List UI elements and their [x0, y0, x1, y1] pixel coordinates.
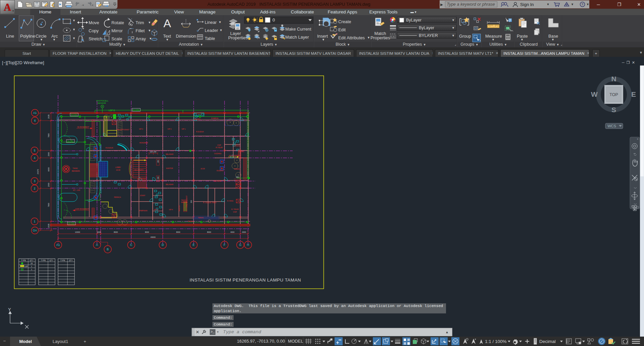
svg-text:2000: 2000 [48, 152, 50, 156]
svg-text:2035: 2035 [48, 115, 50, 119]
svg-text:49000: 49000 [150, 236, 155, 238]
svg-text:W: W [591, 90, 598, 98]
svg-text:R.TIDUR: R.TIDUR [216, 146, 223, 148]
svg-text:A1: A1 [33, 111, 37, 115]
svg-text:Y: Y [8, 307, 11, 312]
svg-text:PANTRY: PANTRY [179, 205, 180, 212]
svg-text:VIP 5: VIP 5 [154, 209, 158, 211]
svg-text:N: N [611, 75, 616, 83]
svg-text:TYPE: TYPE [60, 259, 65, 261]
svg-text:H: H [247, 243, 249, 247]
svg-text:VIP 4: VIP 4 [169, 209, 173, 211]
svg-text:?: ? [581, 2, 583, 6]
svg-text:KE BASEMENT: KE BASEMENT [77, 126, 89, 128]
svg-text:E: E [631, 90, 636, 98]
svg-text:TYPE: TYPE [21, 259, 26, 261]
svg-text:R. RIAS: R. RIAS [227, 200, 234, 202]
svg-text:150: 150 [157, 176, 159, 179]
svg-text:R.RIAS: R.RIAS [234, 145, 240, 147]
svg-text:SERVICE: SERVICE [181, 202, 188, 203]
svg-text:SELASAR: SELASAR [165, 153, 173, 155]
svg-text:TANGGA: TANGGA [181, 200, 188, 201]
svg-text:1: 1 [31, 265, 32, 267]
svg-text:8000: 8000 [207, 231, 211, 233]
svg-text:TAMAN: TAMAN [234, 168, 240, 170]
svg-text:TERAS: TERAS [198, 217, 204, 219]
svg-text:TOP: TOP [609, 92, 618, 97]
svg-text:R.DUDUK: R.DUDUK [106, 147, 113, 149]
svg-text:LDP: LDP [24, 265, 28, 267]
svg-text:LOBBY: LOBBY [115, 166, 121, 168]
svg-text:SELASAR: SELASAR [213, 180, 221, 182]
svg-text:KM/WC: KM/WC [238, 150, 244, 153]
svg-text:200: 200 [190, 200, 192, 203]
svg-text:▾: ▾ [83, 4, 84, 7]
svg-text:PANTRY: PANTRY [194, 118, 201, 120]
svg-text:A: A [163, 17, 171, 30]
svg-text:VVIP: VVIP [233, 211, 237, 213]
svg-text:VIP 1: VIP 1 [182, 128, 186, 130]
svg-text:7600: 7600 [48, 133, 50, 137]
svg-text:S-C01: S-C01 [67, 140, 74, 142]
svg-text:E: E [193, 243, 195, 247]
svg-text:TYPE: TYPE [41, 259, 46, 261]
svg-text:4000: 4000 [230, 231, 234, 233]
svg-text:2000: 2000 [48, 183, 50, 187]
svg-text:S-C01: S-C01 [133, 109, 140, 111]
svg-text:GUDANG: GUDANG [214, 153, 221, 155]
svg-text:S-C02: S-C02 [68, 222, 75, 225]
svg-text:115 145: 115 145 [150, 151, 156, 153]
svg-text:19: 19 [31, 262, 33, 264]
svg-text:C: C [130, 243, 133, 247]
svg-text:±0.00: ±0.00 [116, 169, 120, 171]
svg-text:PIMPINAN: PIMPINAN [139, 210, 148, 212]
svg-text:D: D [162, 243, 164, 247]
svg-text:1000: 1000 [97, 231, 101, 233]
svg-text:±0.00: ±0.00 [201, 168, 205, 170]
svg-text:KE LT.SATU: KE LT.SATU [134, 169, 144, 171]
svg-text:▾: ▾ [92, 4, 93, 7]
svg-text:2000: 2000 [242, 231, 246, 233]
svg-text:DARI BASEMENT: DARI BASEMENT [76, 208, 89, 210]
svg-text:R.KERJA: R.KERJA [211, 117, 218, 119]
svg-text:S-C01: S-C01 [71, 114, 78, 116]
svg-text:4: 4 [34, 156, 36, 160]
svg-text:VIP 2: VIP 2 [167, 128, 171, 130]
svg-text:10000: 10000 [75, 231, 80, 233]
svg-text:SELASAR: SELASAR [165, 183, 173, 185]
svg-text:LDP-5: LDP-5 [109, 109, 115, 112]
svg-text:R.RAPAT: R.RAPAT [217, 170, 224, 172]
svg-text:QTY: QTY [49, 259, 53, 261]
svg-text:QTY: QTY [30, 259, 34, 261]
svg-text:6000: 6000 [48, 167, 50, 171]
svg-text:1:1 / 100%: 1:1 / 100% [485, 339, 507, 344]
svg-text:PERACA: PERACA [114, 196, 121, 198]
svg-text:SENSOR: SENSOR [97, 102, 106, 104]
svg-text:B: B [107, 248, 109, 251]
svg-text:150: 150 [157, 160, 159, 163]
svg-text:STAFF: STAFF [140, 194, 145, 197]
svg-text:Decimal: Decimal [539, 339, 556, 344]
svg-text:R.DUDUK: R.DUDUK [196, 131, 204, 133]
svg-text:VVIP: VVIP [217, 144, 221, 146]
svg-text:INSTALASI SISTIM PENERANGAN: INSTALASI SISTIM PENERANGAN LAMPU TAMAN [190, 277, 301, 283]
svg-text:G: G [239, 243, 241, 247]
svg-text:1: 1 [34, 220, 36, 223]
svg-text:RECEPTIONIST: RECEPTIONIST [117, 129, 130, 131]
svg-text:TIANG: TIANG [72, 167, 78, 169]
svg-text:3: 3 [34, 179, 36, 183]
svg-text:2035: 2035 [48, 224, 50, 228]
svg-text:BENDERA: BENDERA [72, 170, 80, 172]
svg-text:OA: OA [33, 229, 37, 232]
svg-text:S: S [611, 106, 616, 114]
svg-text:24270: 24270 [37, 169, 39, 174]
svg-text:8000: 8000 [114, 231, 118, 233]
svg-text:KANTOR: KANTOR [166, 167, 173, 169]
svg-text:6: 6 [34, 119, 36, 122]
svg-text:R. TIDUR: R. TIDUR [231, 208, 239, 210]
svg-text:PHOTOCELL: PHOTOCELL [96, 100, 109, 102]
svg-text:8000: 8000 [145, 231, 149, 233]
svg-text:1: 1 [31, 268, 32, 270]
svg-text:A1: A1 [56, 243, 60, 247]
svg-text:QTY: QTY [69, 259, 73, 261]
